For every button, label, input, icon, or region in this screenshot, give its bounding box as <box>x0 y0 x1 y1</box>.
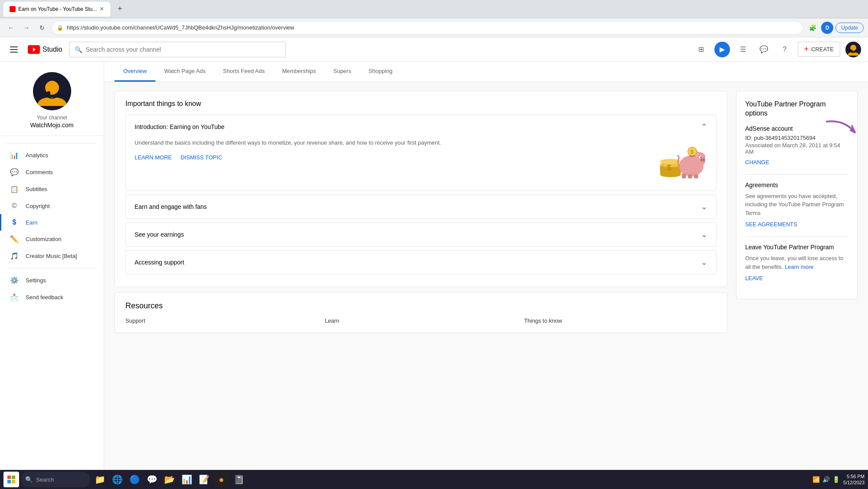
taskbar-files[interactable]: 📂 <box>161 472 177 487</box>
taskbar-edge[interactable]: 🔵 <box>127 472 142 487</box>
chevron-down-support-icon: ⌄ <box>701 258 707 267</box>
sidebar-item-creator-music[interactable]: 🎵 Creator Music [Beta] <box>0 248 104 264</box>
extensions-button[interactable]: 🧩 <box>806 21 819 34</box>
nav-divider-2 <box>7 268 97 268</box>
channel-avatar[interactable] <box>33 72 71 110</box>
ypp-learn-more-link[interactable]: Learn more <box>785 264 813 270</box>
svg-rect-30 <box>12 480 15 483</box>
profile-icon: D <box>821 22 833 34</box>
user-avatar[interactable] <box>845 42 861 57</box>
refresh-button[interactable]: ↻ <box>36 21 49 34</box>
accordion-intro-header[interactable]: Introduction: Earning on YouTube ⌃ <box>126 115 716 139</box>
studio-label: Studio <box>43 46 62 53</box>
ypp-leave-section: Leave YouTube Partner Program Once you l… <box>745 244 848 281</box>
taskbar-excel[interactable]: 📊 <box>179 472 194 487</box>
sidebar-label-send-feedback: Send feedback <box>26 294 63 301</box>
svg-point-3 <box>851 50 852 51</box>
chevron-down-earn-icon: ⌄ <box>701 202 707 211</box>
ypp-see-agreements-link[interactable]: SEE AGREEMENTS <box>745 221 797 228</box>
sidebar-label-settings: Settings <box>26 277 46 284</box>
ypp-agreements-title: Agreements <box>745 182 848 188</box>
tabs-bar: Overview Watch Page Ads Shorts Feed Ads … <box>104 62 868 82</box>
taskbar-file-explorer[interactable]: 📁 <box>92 472 108 487</box>
accordion-support-header[interactable]: Accessing support ⌄ <box>126 251 716 274</box>
sidebar-item-settings[interactable]: ⚙️ Settings <box>0 272 104 289</box>
browser-tab[interactable]: Earn on YouTube - YouTube Stu... ✕ <box>3 2 110 17</box>
taskbar-search-button[interactable]: 🔍 Search <box>21 472 90 487</box>
notifications-icon[interactable]: 💬 <box>756 42 772 57</box>
ypp-divider-1 <box>745 174 848 175</box>
sidebar-item-send-feedback[interactable]: 📩 Send feedback <box>0 289 104 306</box>
taskbar-app1[interactable]: ● <box>214 472 229 487</box>
sidebar-item-copyright[interactable]: © Copyright <box>0 198 104 214</box>
sidebar-item-earn[interactable]: $ Earn <box>0 214 104 231</box>
search-input[interactable] <box>85 46 280 53</box>
accordion-earn-header[interactable]: Earn and engage with fans ⌄ <box>126 195 716 218</box>
help-icon[interactable]: ? <box>777 42 792 57</box>
create-button[interactable]: + CREATE <box>798 42 840 57</box>
tab-memberships[interactable]: Memberships <box>273 62 325 82</box>
new-tab-button[interactable]: + <box>114 3 126 15</box>
tab-shorts-feed-ads[interactable]: Shorts Feed Ads <box>214 62 273 82</box>
nav-right-actions: 🧩 D Update <box>806 21 864 34</box>
accordion-support: Accessing support ⌄ <box>125 250 717 274</box>
tab-close-button[interactable]: ✕ <box>99 6 104 12</box>
tab-watch-page-ads[interactable]: Watch Page Ads <box>155 62 214 82</box>
ypp-title: YouTube Partner Program options <box>745 100 848 118</box>
sidebar-item-subtitles[interactable]: 📋 Subtitles <box>0 181 104 198</box>
url-text: https://studio.youtube.com/channel/UCaWd… <box>67 24 294 31</box>
taskbar-word[interactable]: 📝 <box>196 472 212 487</box>
address-bar[interactable]: 🔒 https://studio.youtube.com/channel/UCa… <box>51 21 803 35</box>
dismiss-topic-link[interactable]: DISMISS TOPIC <box>181 154 222 161</box>
sidebar-item-analytics[interactable]: 📊 Analytics <box>0 147 104 164</box>
main-panel: Important things to know Introduction: E… <box>115 91 727 333</box>
taskbar-system-icons: 📶 🔊 🔋 <box>812 476 840 483</box>
accordion-intro-links: LEARN MORE DISMISS TOPIC <box>135 154 647 161</box>
tab-overview[interactable]: Overview <box>115 62 155 82</box>
taskbar-app2[interactable]: 📓 <box>231 472 247 487</box>
taskbar-right: 📶 🔊 🔋 5:56 PM 5/12/2023 <box>812 473 865 486</box>
accordion-intro-text: Understand the basics including the diff… <box>135 139 647 161</box>
sidebar-item-comments[interactable]: 💬 Comments <box>0 164 104 181</box>
lock-icon: 🔒 <box>57 25 63 31</box>
live-icon[interactable]: ▶ <box>714 42 730 57</box>
copyright-icon: © <box>10 202 19 210</box>
sidebar-item-customization[interactable]: ✏️ Customization <box>0 231 104 248</box>
svg-text:$: $ <box>690 149 694 155</box>
important-card-inner: Important things to know Introduction: E… <box>115 91 727 287</box>
accordion-earn-title: Earn and engage with fans <box>135 203 207 210</box>
learn-more-link[interactable]: LEARN MORE <box>135 154 172 161</box>
resources-card: Resources Support Learn Things to know <box>115 292 727 333</box>
volume-icon: 🔊 <box>822 476 830 483</box>
forward-button[interactable]: → <box>20 21 33 34</box>
tab-shopping[interactable]: Shopping <box>360 62 401 82</box>
channel-section: Your channel WatchMojo.com <box>0 62 104 136</box>
svg-text:$: $ <box>667 163 671 172</box>
accordion-intro-body: Understand the basics including the diff… <box>126 139 716 191</box>
send-feedback-icon: 📩 <box>10 293 19 301</box>
svg-rect-27 <box>7 476 11 479</box>
side-panel: YouTube Partner Program options AdSense … <box>736 91 858 333</box>
update-button[interactable]: Update <box>835 23 864 33</box>
tab-title: Earn on YouTube - YouTube Stu... <box>18 6 97 12</box>
view-mode-icon[interactable]: ⊞ <box>694 42 709 57</box>
search-bar[interactable]: 🔍 <box>69 42 286 57</box>
accordion-earnings-header[interactable]: See your earnings ⌄ <box>126 223 716 246</box>
battery-icon: 🔋 <box>832 476 840 483</box>
taskbar-whatsapp[interactable]: 💬 <box>144 472 160 487</box>
taskbar-time-text: 5:56 PM <box>843 473 865 479</box>
svg-point-6 <box>47 91 50 95</box>
nav-divider <box>7 143 97 143</box>
hamburger-menu[interactable] <box>7 43 21 56</box>
profile-button[interactable]: D <box>821 21 834 34</box>
back-button[interactable]: ← <box>4 21 17 34</box>
tab-supers[interactable]: Supers <box>325 62 360 82</box>
ypp-change-link[interactable]: CHANGE <box>745 159 769 165</box>
sidebar-label-earn: Earn <box>26 219 37 226</box>
start-button[interactable] <box>3 472 19 487</box>
ypp-leave-link[interactable]: LEAVE <box>745 275 763 281</box>
accordion-intro: Introduction: Earning on YouTube ⌃ Under… <box>125 115 717 191</box>
taskbar-chrome[interactable]: 🌐 <box>109 472 125 487</box>
ypp-divider-2 <box>745 236 848 237</box>
list-icon[interactable]: ☰ <box>735 42 751 57</box>
